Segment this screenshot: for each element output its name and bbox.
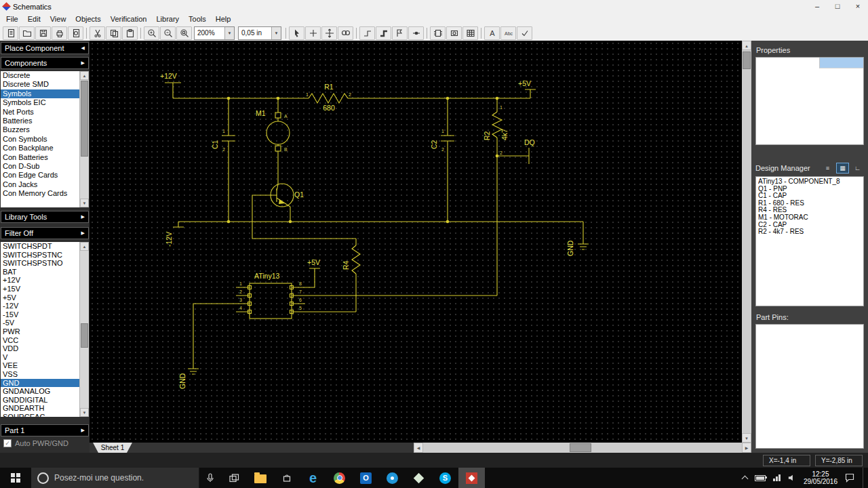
list-item[interactable]: +12V bbox=[1, 276, 89, 285]
transistor-q1[interactable]: Q1 bbox=[271, 184, 304, 222]
wire-q1-base[interactable] bbox=[252, 195, 356, 239]
list-item[interactable]: V bbox=[1, 353, 89, 362]
list-item[interactable]: SWITCHSPDT bbox=[1, 242, 89, 251]
list-item[interactable]: -5V bbox=[1, 319, 89, 327]
zoom-level-select[interactable]: 200% ▼ bbox=[194, 26, 235, 40]
expand-right-icon[interactable]: ▶ bbox=[81, 214, 85, 220]
chrome-button[interactable] bbox=[326, 468, 353, 488]
menu-edit[interactable]: Edit bbox=[23, 14, 45, 24]
verify-check-icon[interactable] bbox=[517, 26, 532, 40]
paste-icon[interactable] bbox=[122, 26, 138, 40]
scrollbar-thumb[interactable] bbox=[743, 52, 751, 69]
list-item[interactable]: SWITCHSPSTNC bbox=[1, 251, 89, 260]
table-icon[interactable] bbox=[462, 26, 478, 40]
minimize-button[interactable]: – bbox=[807, 0, 827, 13]
list-item[interactable]: Con Symbols bbox=[1, 135, 89, 144]
list-item[interactable]: +5V bbox=[1, 293, 89, 302]
scrollbar-up-icon[interactable]: ▲ bbox=[742, 41, 751, 50]
power-minus12v[interactable]: -12V bbox=[165, 222, 184, 247]
gnd-right[interactable]: GND bbox=[566, 222, 589, 256]
print-preview-icon[interactable] bbox=[68, 26, 83, 40]
power-plus5v-top[interactable]: +5V bbox=[518, 79, 536, 98]
junction-tool-icon[interactable] bbox=[408, 26, 424, 40]
properties-selected-cell[interactable] bbox=[819, 58, 863, 68]
list-item[interactable]: Con Edge Cards bbox=[1, 171, 89, 180]
list-item[interactable]: Con Backplane bbox=[1, 144, 89, 152]
diamond-app-button[interactable] bbox=[406, 468, 432, 488]
close-button[interactable]: × bbox=[848, 0, 868, 13]
power-plus5v-ic[interactable]: +5V bbox=[305, 258, 320, 287]
scrollbar-thumb[interactable] bbox=[81, 323, 88, 348]
dm-list-view-icon[interactable]: ≡ bbox=[821, 163, 834, 174]
scrollbar-thumb[interactable] bbox=[81, 81, 88, 157]
zoom-window-icon[interactable] bbox=[176, 26, 192, 40]
list-item[interactable]: Con Memory Cards bbox=[1, 189, 89, 198]
list-item[interactable]: VSS bbox=[1, 370, 89, 379]
part-header[interactable]: Part 1 ▶ bbox=[1, 424, 89, 436]
maximize-button[interactable]: □ bbox=[827, 0, 848, 13]
list-item[interactable]: VCC bbox=[1, 336, 89, 345]
menu-library[interactable]: Library bbox=[151, 14, 184, 24]
menu-verification[interactable]: Verification bbox=[106, 14, 152, 24]
dm-grid-view-icon[interactable]: ▦ bbox=[836, 163, 849, 174]
place-symbol-icon[interactable] bbox=[446, 26, 462, 40]
list-item[interactable]: Symbols EIC bbox=[1, 98, 89, 107]
volume-icon[interactable] bbox=[788, 474, 796, 482]
microphone-button[interactable] bbox=[199, 468, 221, 488]
scrollbar-left-icon[interactable]: ◀ bbox=[414, 443, 423, 453]
select-tool-icon[interactable] bbox=[289, 26, 304, 40]
new-icon[interactable] bbox=[3, 26, 18, 40]
menu-tools[interactable]: Tools bbox=[184, 14, 211, 24]
cortana-search-box[interactable]: Posez-moi une question. bbox=[31, 468, 199, 488]
move-tool-icon[interactable] bbox=[321, 26, 337, 40]
tray-chevron-up-icon[interactable] bbox=[741, 476, 748, 483]
resistor-r4[interactable]: R4 bbox=[305, 239, 360, 312]
list-item[interactable]: Discrete SMD bbox=[1, 80, 89, 89]
list-item[interactable]: GNDEARTH bbox=[1, 404, 89, 413]
list-item[interactable]: Con Jacks bbox=[1, 180, 89, 189]
sheet-tab[interactable]: Sheet 1 bbox=[93, 443, 132, 453]
show-desktop-button[interactable] bbox=[863, 468, 866, 488]
list-item[interactable]: PWR bbox=[1, 327, 89, 336]
mail-app-button[interactable] bbox=[379, 468, 406, 488]
task-view-button[interactable] bbox=[221, 468, 247, 488]
copy-icon[interactable] bbox=[106, 26, 121, 40]
design-item[interactable]: M1 - MOTORAC bbox=[758, 214, 861, 222]
list-item[interactable]: BAT bbox=[1, 268, 89, 277]
scrollbar-up-icon[interactable]: ▲ bbox=[80, 71, 89, 80]
expand-right-icon[interactable]: ▶ bbox=[81, 60, 85, 66]
store-button[interactable] bbox=[273, 468, 300, 488]
scrollbar-down-icon[interactable]: ▼ bbox=[80, 408, 89, 417]
auto-pwr-gnd-checkbox[interactable]: ✓ bbox=[3, 439, 12, 447]
action-center-icon[interactable] bbox=[845, 473, 855, 483]
start-button[interactable] bbox=[0, 468, 31, 488]
list-scrollbar[interactable]: ▲ ▼ bbox=[79, 242, 89, 417]
design-item[interactable]: ATiny13 - COMPONENT_8 bbox=[758, 178, 861, 186]
menu-objects[interactable]: Objects bbox=[71, 14, 105, 24]
design-item[interactable]: R2 - 4k7 - RES bbox=[758, 228, 861, 236]
library-tools-header[interactable]: Library Tools ▶ bbox=[1, 211, 89, 223]
list-item[interactable]: +15V bbox=[1, 285, 89, 293]
list-item[interactable]: Net Ports bbox=[1, 108, 89, 117]
list-item[interactable]: Con D-Sub bbox=[1, 162, 89, 171]
expand-right-icon[interactable]: ▶ bbox=[81, 428, 85, 433]
menu-help[interactable]: Help bbox=[211, 14, 236, 24]
spell-abc-icon[interactable]: Abc bbox=[500, 26, 516, 40]
components-header[interactable]: Components ▶ bbox=[1, 57, 89, 69]
resistor-r1[interactable]: R1 680 1 2 bbox=[306, 83, 351, 112]
skype-button[interactable]: S bbox=[432, 468, 458, 488]
schematic-canvas[interactable]: +12V R1 680 1 2 +5V bbox=[90, 41, 742, 443]
zoom-out-icon[interactable] bbox=[160, 26, 176, 40]
print-icon[interactable] bbox=[52, 26, 67, 40]
net-port-dq[interactable]: DQ bbox=[497, 138, 535, 164]
wire-dq-to-ic[interactable] bbox=[305, 156, 497, 296]
place-component-header[interactable]: Place Component ◀ bbox=[1, 42, 89, 54]
battery-icon[interactable] bbox=[755, 475, 766, 481]
design-item[interactable]: R4 - RES bbox=[758, 207, 861, 214]
place-component-icon[interactable] bbox=[430, 26, 446, 40]
schematic-sheet[interactable]: +12V R1 680 1 2 +5V bbox=[90, 41, 742, 443]
menu-view[interactable]: View bbox=[45, 14, 71, 24]
list-item[interactable]: VEE bbox=[1, 361, 89, 370]
menu-file[interactable]: File bbox=[1, 14, 23, 24]
gnd-bottom[interactable]: GND bbox=[178, 304, 236, 389]
